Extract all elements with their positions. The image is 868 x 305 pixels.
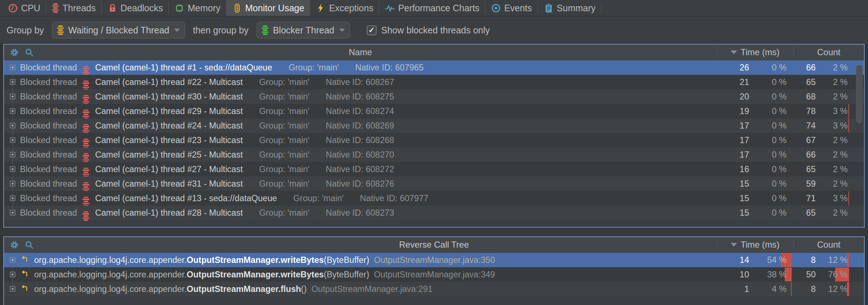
thread-row[interactable]: Blocked threadCamel (camel-1) thread #30… [4,89,864,104]
expand-icon[interactable] [10,257,16,263]
thread-row[interactable]: Blocked threadCamel (camel-1) thread #13… [4,191,864,206]
row-kind-label: Blocked thread [20,121,77,131]
source-location: OutputStreamManager.java:350 [374,255,495,265]
expand-icon[interactable] [10,123,16,129]
source-location: OutputStreamManager.java:291 [312,284,433,294]
expand-icon[interactable] [10,137,16,143]
expand-icon[interactable] [10,166,16,172]
thread-row[interactable]: Blocked threadCamel (camel-1) thread #29… [4,104,864,118]
threads-table-rows: Blocked threadCamel (camel-1) thread #1 … [4,60,864,220]
row-kind-label: Blocked thread [20,77,77,87]
count-percent: 3 % [817,104,849,118]
thread-group: Group: 'main' [259,135,309,145]
thread-group: Group: 'main' [259,208,309,218]
thread-name: Camel (camel-1) thread #27 - Multicast [95,164,243,174]
memory-chip-icon [174,3,184,13]
thread-row[interactable]: Blocked threadCamel (camel-1) thread #31… [4,176,864,191]
panel-splitter[interactable] [0,228,868,236]
tab-label: Memory [188,3,220,13]
tab-summary[interactable]: Summary [538,0,602,16]
time-value: 1 [714,282,754,296]
tab-memory[interactable]: Memory [169,0,226,16]
group-by-dropdown[interactable]: Waiting / Blocked Thread [52,22,185,38]
thread-group: Group: 'main' [293,194,343,203]
thread-native-id: Native ID: 607977 [360,194,428,203]
thread-row[interactable]: Blocked threadCamel (camel-1) thread #25… [4,147,864,162]
tab-exceptions[interactable]: Exceptions [310,0,379,16]
row-kind-label: Blocked thread [20,208,77,218]
tab-threads[interactable]: Threads [46,0,102,16]
call-tree-row[interactable]: org.apache.logging.log4j.core.appender.O… [4,267,864,282]
expand-icon[interactable] [10,195,16,201]
blocked-thread-icon [83,89,90,104]
thread-group: Group: 'main' [259,77,309,87]
time-value: 15 [714,191,754,206]
row-kind-label: Blocked thread [20,106,77,116]
expand-icon[interactable] [10,108,16,114]
row-kind-label: Blocked thread [20,92,77,102]
time-value: 14 [714,253,754,267]
time-value: 17 [714,118,754,133]
expand-icon[interactable] [10,210,16,216]
thread-row[interactable]: Blocked threadCamel (camel-1) thread #1 … [4,60,864,75]
blocked-thread-icon [83,190,90,206]
call-tree-rows: org.apache.logging.log4j.core.appender.O… [4,253,864,296]
time-value: 21 [714,75,754,89]
expand-icon[interactable] [10,272,16,277]
row-kind-label: Blocked thread [20,179,77,189]
thread-name: Camel (camel-1) thread #13 - seda://data… [95,194,277,203]
thread-row[interactable]: Blocked threadCamel (camel-1) thread #24… [4,118,864,133]
reverse-call-arrow-icon [20,269,29,280]
column-header-name[interactable]: Name [4,47,717,57]
call-tree-row[interactable]: org.apache.logging.log4j.core.appender.O… [4,282,864,296]
tab-label: Deadlocks [121,3,163,13]
thread-row[interactable]: Blocked threadCamel (camel-1) thread #22… [4,75,864,89]
thread-native-id: Native ID: 608270 [326,150,394,160]
tab-deadlocks[interactable]: Deadlocks [102,0,169,16]
thread-group: Group: 'main' [259,150,309,160]
show-blocked-checkbox-wrap[interactable]: ✓ Show blocked threads only [367,25,490,36]
thread-native-id: Native ID: 608275 [326,92,394,102]
tab-cpu[interactable]: CPU [2,0,46,16]
time-value: 15 [714,206,754,220]
count-percent: 2 % [817,89,849,104]
thread-row[interactable]: Blocked threadCamel (camel-1) thread #27… [4,162,864,176]
column-header-count[interactable]: Count [793,240,864,250]
show-blocked-checkbox[interactable]: ✓ [367,25,377,35]
thread-name: Camel (camel-1) thread #24 - Multicast [95,121,243,131]
threads-icon [52,3,59,13]
expand-icon[interactable] [10,152,16,158]
count-percent: 2 % [817,162,849,176]
thread-name: Camel (camel-1) thread #29 - Multicast [95,106,243,116]
method-signature: org.apache.logging.log4j.core.appender.O… [34,270,495,280]
tab-events[interactable]: Events [485,0,538,16]
expand-icon[interactable] [10,286,16,292]
tab-performance-charts[interactable]: Performance Charts [379,0,485,16]
thread-row[interactable]: Blocked threadCamel (camel-1) thread #23… [4,133,864,147]
thread-name: Camel (camel-1) thread #25 - Multicast [95,150,243,160]
row-kind-label: Blocked thread [20,135,77,145]
expand-icon[interactable] [10,79,16,85]
time-value: 17 [714,147,754,162]
vertical-scrollbar[interactable] [856,65,863,123]
thread-group: Group: 'main' [259,121,309,131]
column-header-time[interactable]: Time (ms) [717,240,793,250]
count-percent: 3 % [817,191,849,206]
count-percent: 2 % [817,206,849,220]
row-kind-label: Blocked thread [20,194,77,203]
call-tree-row[interactable]: org.apache.logging.log4j.core.appender.O… [4,253,864,267]
reverse-call-tree-panel: Reverse Call Tree Time (ms) Count org.ap… [3,236,865,305]
expand-icon[interactable] [10,65,16,70]
thread-row[interactable]: Blocked threadCamel (camel-1) thread #28… [4,206,864,220]
column-header-count[interactable]: Count [793,47,864,57]
thread-group: Group: 'main' [259,164,309,174]
tab-monitor-usage[interactable]: Monitor Usage [226,0,310,16]
column-header-time[interactable]: Time (ms) [717,47,793,57]
thread-name: Camel (camel-1) thread #30 - Multicast [95,92,243,102]
expand-icon[interactable] [10,181,16,187]
blocked-thread-icon [83,132,90,148]
blocker-thread-dropdown[interactable]: Blocker Thread [257,22,350,38]
blocker-thread-value: Blocker Thread [273,25,334,36]
expand-icon[interactable] [10,94,16,99]
waiting-blocked-thread-icon [57,25,64,35]
